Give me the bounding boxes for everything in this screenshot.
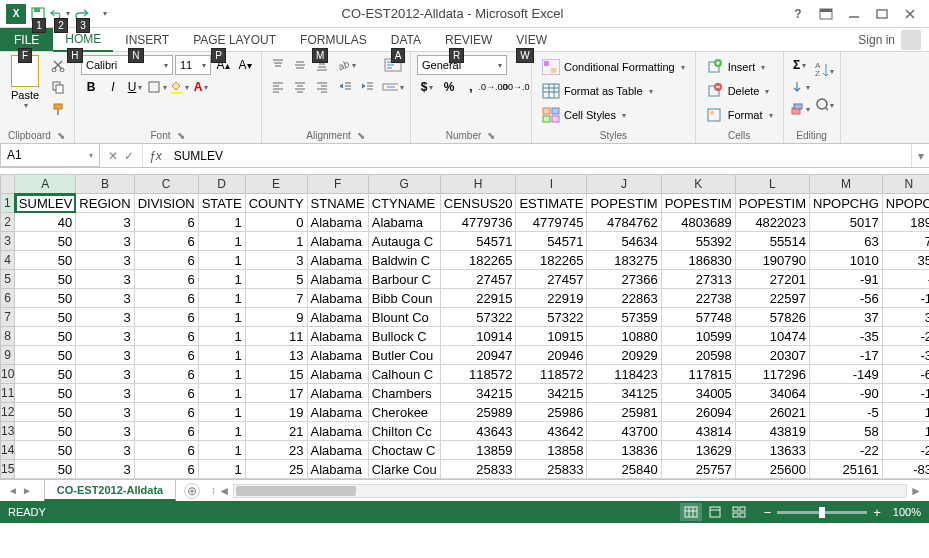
cell[interactable]: 4803689 [661,213,735,232]
cell[interactable]: 13 [245,346,307,365]
align-left-button[interactable] [268,77,288,97]
cell[interactable]: 1010 [810,251,883,270]
cell[interactable]: -83 [882,460,929,479]
cell[interactable]: 37 [810,308,883,327]
cell[interactable]: 25981 [587,403,661,422]
merge-center-button[interactable]: ▾ [382,77,404,97]
cut-button[interactable] [48,55,68,75]
column-header[interactable]: J [587,175,661,194]
cell[interactable]: 7 [882,232,929,251]
cell[interactable]: 57359 [587,308,661,327]
cell[interactable]: 54571 [440,232,516,251]
font-name-combo[interactable]: Calibri▾ [81,55,173,75]
cell[interactable]: 1 [245,232,307,251]
cell[interactable]: -90 [810,384,883,403]
cell[interactable]: -56 [810,289,883,308]
sign-in[interactable]: Sign in [850,28,929,51]
fx-icon[interactable]: ƒx [143,144,168,167]
help-button[interactable]: ? [785,4,811,24]
cell[interactable]: 6 [134,422,198,441]
cell[interactable]: Alabama [307,403,368,422]
cell[interactable]: -91 [810,270,883,289]
cell[interactable]: Barbour C [368,270,440,289]
cell[interactable]: 3 [76,251,134,270]
cell[interactable]: 183275 [587,251,661,270]
column-header[interactable]: H [440,175,516,194]
cell[interactable]: 43819 [735,422,809,441]
cell-styles-button[interactable]: Cell Styles▾ [538,103,689,127]
row-header[interactable]: 7 [1,308,15,327]
new-sheet-button[interactable]: ⊕ [184,483,200,499]
cell[interactable]: 27457 [516,270,587,289]
cell[interactable]: -35 [810,327,883,346]
qat-customize[interactable]: ▾ [94,4,114,24]
cell[interactable]: 190790 [735,251,809,270]
autosum-button[interactable]: Σ▾ [790,55,810,75]
format-as-table-button[interactable]: Format as Table▾ [538,79,689,103]
cell[interactable]: Butler Cou [368,346,440,365]
row-header[interactable]: 15 [1,460,15,479]
cell[interactable]: 23 [245,441,307,460]
cell[interactable]: CENSUS20 [440,194,516,213]
cell[interactable]: 1 [882,422,929,441]
cell[interactable]: 4822023 [735,213,809,232]
cell[interactable]: 10474 [735,327,809,346]
cell[interactable]: Chilton Cc [368,422,440,441]
column-header[interactable]: I [516,175,587,194]
cell[interactable]: 3 [76,365,134,384]
cell[interactable]: COUNTY [245,194,307,213]
column-header[interactable]: C [134,175,198,194]
cell[interactable]: 57322 [440,308,516,327]
cancel-formula-button[interactable]: ✕ [108,149,118,163]
insert-cells-button[interactable]: Insert▾ [702,55,777,79]
find-select-button[interactable]: ▾ [814,89,834,121]
cell[interactable]: 50 [15,270,76,289]
font-color-button[interactable]: A▾ [191,77,211,97]
cell[interactable]: - [882,270,929,289]
sort-filter-button[interactable]: AZ▾ [814,55,834,87]
cell[interactable]: 57826 [735,308,809,327]
insert-tab[interactable]: INSERT N [113,28,181,51]
cell[interactable]: -22 [810,441,883,460]
cell[interactable]: DIVISION [134,194,198,213]
cell[interactable]: 35 [882,251,929,270]
cell[interactable]: 186830 [661,251,735,270]
cell[interactable]: 1 [198,346,245,365]
cell[interactable]: 25986 [516,403,587,422]
cell[interactable]: STATE [198,194,245,213]
cell[interactable]: 13859 [440,441,516,460]
cell[interactable]: NPOPC [882,194,929,213]
cell[interactable]: 11 [245,327,307,346]
column-header[interactable]: F [307,175,368,194]
cell[interactable]: 43643 [440,422,516,441]
cell[interactable]: -5 [810,403,883,422]
cell[interactable]: 25757 [661,460,735,479]
column-header[interactable]: B [76,175,134,194]
cell[interactable]: 13633 [735,441,809,460]
cell[interactable]: 3 [76,422,134,441]
cell[interactable]: 34064 [735,384,809,403]
row-header[interactable]: 1 [1,194,15,213]
cell[interactable]: Alabama [307,251,368,270]
cell[interactable]: 50 [15,289,76,308]
decrease-indent-button[interactable] [336,77,356,97]
underline-button[interactable]: U▾ [125,77,145,97]
cell[interactable]: Choctaw C [368,441,440,460]
copy-button[interactable] [48,77,68,97]
column-header[interactable]: L [735,175,809,194]
column-header[interactable]: K [661,175,735,194]
cell[interactable]: -2 [882,441,929,460]
cell[interactable]: 1 [198,289,245,308]
cell[interactable]: 20598 [661,346,735,365]
cell[interactable]: 57748 [661,308,735,327]
fill-button[interactable]: ▾ [790,77,810,97]
conditional-formatting-button[interactable]: Conditional Formatting▾ [538,55,689,79]
cell[interactable]: 26094 [661,403,735,422]
review-tab[interactable]: REVIEW R [433,28,504,51]
cell[interactable]: 57322 [516,308,587,327]
cell[interactable]: 6 [134,346,198,365]
border-button[interactable]: ▾ [147,77,167,97]
cell[interactable]: 25 [245,460,307,479]
cell[interactable]: 10915 [516,327,587,346]
cell[interactable]: 43814 [661,422,735,441]
